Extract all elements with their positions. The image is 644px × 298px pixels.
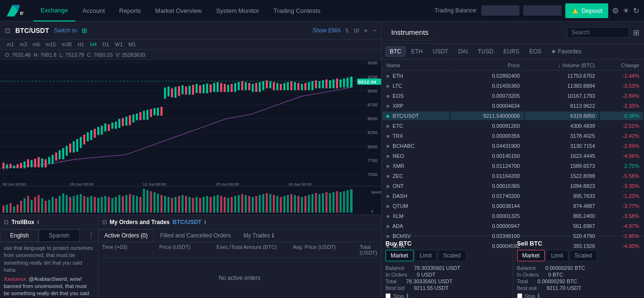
cell-name: ETH [383,72,449,81]
svg-rect-214 [283,196,285,213]
instruments-tbody: ETH 0.02892400 11753.6702 -1.44% LTC 0.0… [383,72,643,251]
sell-tab-limit[interactable]: Limit [546,250,568,261]
orders-info-icon[interactable]: ℹ [204,219,206,225]
filter-tab-eurs[interactable]: EURS [499,46,523,57]
buy-stop-checkbox[interactable] [385,293,391,298]
status-dot [386,165,389,168]
orders-pair: BTC/USDT [173,219,202,226]
chart-zoom-in-icon[interactable]: + [364,27,368,34]
trollbox-more-icon[interactable]: ⋮ [84,229,98,242]
tf-m15[interactable]: m15 [44,41,58,48]
svg-rect-203 [245,195,247,213]
tf-m5[interactable]: m5 [31,41,42,48]
chart-canvas[interactable]: 9500 9250 9000 8750 8500 8250 8000 7750 … [0,61,381,186]
buy-tab-limit[interactable]: Limit [415,250,437,261]
cell-volume: 1522.8098 [525,172,599,181]
buy-tab-scaled[interactable]: Scaled [438,250,466,261]
tf-h4[interactable]: H4 [88,41,99,48]
chart-expand-icon[interactable]: ⊡ [5,27,10,34]
nav-reports[interactable]: Reports [112,0,148,21]
table-row[interactable]: ONT 0.00015365 1094.8823 -3.30% [383,182,643,191]
svg-rect-116 [325,79,327,88]
table-row[interactable]: XMR 0.01124700 1589.6573 2.75% [383,162,643,171]
filter-tab-btc[interactable]: BTC [385,46,405,57]
tf-m1[interactable]: m1 [5,41,16,48]
nav-market-overview[interactable]: Market Overview [148,0,209,21]
trollbox-info-icon[interactable]: ℹ [37,219,39,225]
table-row[interactable]: ADA 0.00000947 561.6967 -4.97% [383,222,643,231]
nav-trading-contests[interactable]: Trading Contests [266,0,328,21]
svg-rect-88 [227,84,229,92]
svg-rect-227 [329,193,331,213]
svg-rect-150 [59,196,61,213]
tf-m1-monthly[interactable]: M1 [126,41,137,48]
tf-h1[interactable]: H1 [76,41,86,48]
table-row[interactable]: EOS 0.00073205 10167.1793 -2.84% [383,92,643,101]
cell-volume: 4300.4839 [525,122,599,131]
table-row[interactable]: ETH 0.02892400 11753.6702 -1.44% [383,72,643,81]
cell-volume: 874.4887 [525,202,599,211]
svg-rect-198 [227,198,229,213]
tab-filled-cancelled[interactable]: Filled and Cancelled Orders [154,229,237,242]
table-row[interactable]: XLM 0.00001325 865.2400 -3.58% [383,212,643,221]
sell-stop-checkbox[interactable] [517,293,522,298]
svg-rect-168 [122,196,124,213]
table-row[interactable]: XRP 0.00004634 8113.9622 -2.33% [383,102,643,111]
nav-exchange[interactable]: Exchange [33,0,75,21]
buy-tab-market[interactable]: Market [385,250,414,261]
settings-icon[interactable]: ⚙ [612,6,619,15]
tf-d1[interactable]: D1 [101,41,111,48]
status-dot [386,175,389,178]
table-row[interactable]: ETC 0.00091260 4300.4839 -2.51% [383,122,643,131]
show-ema-label[interactable]: Show EMA [312,27,341,34]
filter-tab-usdt[interactable]: USDT [428,46,453,57]
refresh-icon[interactable]: ↻ [633,6,639,15]
table-row[interactable]: QTUM 0.00038144 874.4887 -3.77% [383,202,643,211]
ema-5-value[interactable]: 5 [345,28,348,33]
instruments-search-input[interactable] [567,27,629,38]
filter-tab-eth[interactable]: ETH [407,46,427,57]
filter-tab-tusd[interactable]: TUSD [474,46,498,57]
svg-rect-228 [332,192,334,213]
svg-rect-197 [224,197,226,213]
filter-tab-dai[interactable]: DAI [454,46,472,57]
tf-m30[interactable]: m30 [60,41,73,48]
ema-10-value[interactable]: 10 [353,28,359,33]
cell-change: -2.42% [600,132,643,141]
table-row[interactable]: BCHABC 0.04431900 3130.7154 -2.69% [383,142,643,151]
cell-change: 0.38% [600,112,643,121]
sell-tab-market[interactable]: Market [517,250,545,261]
svg-rect-69 [160,106,162,115]
filter-tab-eos[interactable]: EOS [525,46,546,57]
table-row[interactable]: NEO 0.00145150 1623.4445 -4.56% [383,152,643,161]
cell-name: LTC [383,82,449,91]
tf-m3[interactable]: m3 [18,41,29,48]
switch-to-button[interactable]: Switch to [54,27,77,34]
deposit-button[interactable]: ▲ Deposit [565,3,608,18]
svg-rect-40 [59,150,61,159]
active-orders-count: 0 [143,232,146,239]
buy-stop-info-icon[interactable]: ℹ [406,293,408,298]
svg-rect-31 [27,159,29,167]
chart-zoom-out-icon[interactable]: − [373,27,376,34]
svg-rect-68 [157,107,159,115]
table-row[interactable]: DASH 0.01740200 995.7633 -1.23% [383,192,643,201]
table-row[interactable]: TRX 0.00000356 3178.4025 -2.42% [383,132,643,141]
nav-account[interactable]: Account [75,0,112,21]
tab-my-trades[interactable]: My Trades ℹ [237,229,280,242]
nav-system-monitor[interactable]: System Monitor [209,0,266,21]
tab-spanish[interactable]: Spanish [39,229,79,242]
theme-icon[interactable]: ☀ [623,6,629,15]
sell-stop-info-icon[interactable]: ℹ [538,293,540,298]
tab-active-orders[interactable]: Active Orders (0) [98,229,154,242]
svg-rect-173 [139,197,141,213]
sell-tab-scaled[interactable]: Scaled [570,250,598,261]
tf-w1[interactable]: W1 [113,41,125,48]
table-row[interactable]: LTC 0.01455360 11383.8894 -3.53% [383,82,643,91]
table-row[interactable]: BTC/USDT 9211.54000000 6319.8850 0.38% [383,112,643,121]
tab-english[interactable]: English [0,229,39,242]
table-row[interactable]: ZEC 0.01164200 1522.8098 -5.58% [383,172,643,181]
instruments-grid-icon[interactable]: ⊞ [633,28,639,37]
svg-rect-52 [101,125,103,134]
filter-tab-favorites[interactable]: ★ Favorites [547,47,585,56]
